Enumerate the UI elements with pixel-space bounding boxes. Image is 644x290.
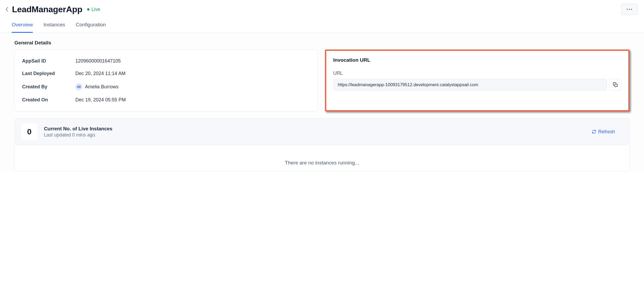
content-area: General Details AppSail ID 1209600000164… <box>0 33 644 171</box>
appsail-id-value: 12096000001647105 <box>75 58 121 64</box>
detail-row-created-by: Created By AB Amelia Burrows <box>22 83 310 90</box>
detail-row-appsail-id: AppSail ID 12096000001647105 <box>22 58 310 64</box>
tab-overview[interactable]: Overview <box>12 22 33 33</box>
created-by-label: Created By <box>22 84 75 90</box>
refresh-label: Refresh <box>598 129 615 135</box>
svg-point-1 <box>629 9 630 10</box>
general-details-title: General Details <box>3 40 641 49</box>
status-badge: Live <box>87 7 100 12</box>
instances-primary-text: Current No. of Live Instances <box>44 126 112 132</box>
detail-row-created-on: Created On Dec 19, 2024 05:55 PM <box>22 97 310 103</box>
created-on-value: Dec 19, 2024 05:55 PM <box>75 97 126 103</box>
invocation-url-value[interactable]: https://leadmanagerapp-10093179512.devel… <box>333 79 607 91</box>
refresh-button[interactable]: Refresh <box>592 129 623 135</box>
url-row: https://leadmanagerapp-10093179512.devel… <box>333 79 621 91</box>
more-actions-button[interactable] <box>621 4 638 15</box>
url-label: URL <box>333 71 621 76</box>
instances-left: 0 Current No. of Live Instances Last upd… <box>21 123 112 140</box>
back-button[interactable] <box>4 6 10 13</box>
more-horizontal-icon <box>626 7 633 12</box>
tabs: Overview Instances Configuration <box>0 15 644 33</box>
last-deployed-value: Dec 20, 2024 11:14 AM <box>75 71 125 76</box>
empty-instances-message: There are no instances running... <box>14 145 630 171</box>
detail-row-last-deployed: Last Deployed Dec 20, 2024 11:14 AM <box>22 71 310 76</box>
instances-secondary-text: Last updated 0 mins ago. <box>44 132 112 138</box>
status-label: Live <box>91 7 100 12</box>
tab-configuration[interactable]: Configuration <box>76 22 106 33</box>
header-left: LeadManagerApp Live <box>4 5 100 14</box>
avatar: AB <box>75 83 82 90</box>
created-by-value-wrap: AB Amelia Burrows <box>75 83 119 90</box>
chevron-left-icon <box>5 7 9 12</box>
appsail-id-label: AppSail ID <box>22 58 75 64</box>
invocation-url-card: Invocation URL URL https://leadmanagerap… <box>325 49 630 111</box>
live-instances-count: 0 <box>21 123 38 140</box>
invocation-title: Invocation URL <box>333 57 621 63</box>
created-on-label: Created On <box>22 97 75 103</box>
page-header: LeadManagerApp Live <box>0 0 644 15</box>
copy-icon <box>613 82 618 87</box>
refresh-icon <box>592 130 596 134</box>
status-dot-icon <box>87 8 89 11</box>
app-title: LeadManagerApp <box>12 5 82 14</box>
copy-url-button[interactable] <box>609 79 621 91</box>
svg-point-0 <box>627 9 628 10</box>
general-details-card: AppSail ID 12096000001647105 Last Deploy… <box>14 49 318 111</box>
svg-rect-3 <box>615 84 617 87</box>
details-row: AppSail ID 12096000001647105 Last Deploy… <box>3 49 641 111</box>
instances-text: Current No. of Live Instances Last updat… <box>44 126 112 138</box>
tab-instances[interactable]: Instances <box>43 22 65 33</box>
live-instances-bar: 0 Current No. of Live Instances Last upd… <box>14 118 630 145</box>
last-deployed-label: Last Deployed <box>22 71 75 76</box>
svg-point-2 <box>631 9 632 10</box>
created-by-name: Amelia Burrows <box>85 84 119 90</box>
